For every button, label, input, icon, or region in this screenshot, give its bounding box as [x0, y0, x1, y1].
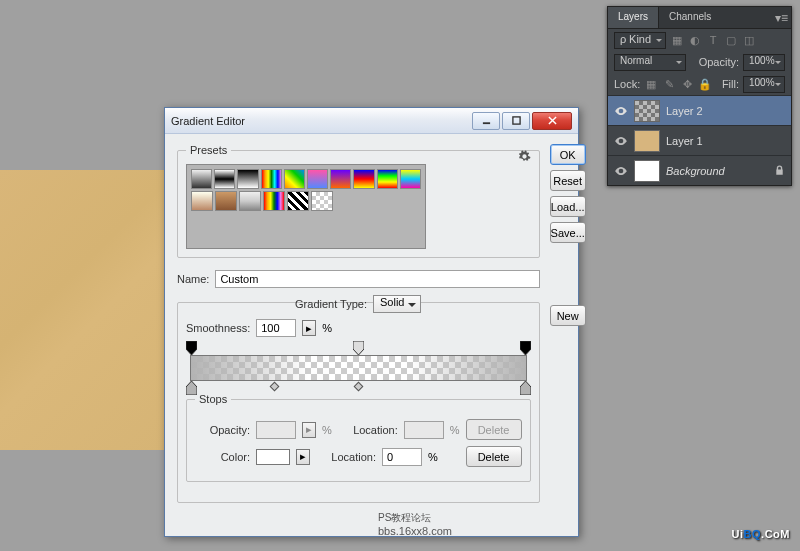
opacity-stop[interactable] [186, 341, 197, 355]
stops-label: Stops [195, 393, 231, 405]
opacity-stop-label: Opacity: [195, 424, 250, 436]
preset-swatch[interactable] [330, 169, 351, 189]
opacity-stop[interactable] [520, 341, 531, 355]
color-stop-well[interactable] [256, 449, 290, 465]
preset-swatch[interactable] [400, 169, 421, 189]
smoothness-label: Smoothness: [186, 322, 250, 334]
layer-thumb [634, 160, 660, 182]
layer-name: Background [666, 165, 725, 177]
gradient-type-label: Gradient Type: [295, 298, 367, 310]
opacity-location-input [404, 421, 444, 439]
smoothness-dropdown-icon[interactable]: ▸ [302, 320, 316, 336]
color-stop-label: Color: [195, 451, 250, 463]
preset-swatch[interactable] [377, 169, 398, 189]
gradient-editor-dialog: Gradient Editor Presets [164, 107, 579, 537]
preset-swatch[interactable] [261, 169, 282, 189]
preset-swatch[interactable] [237, 169, 258, 189]
layer-opacity-input[interactable]: 100% [743, 54, 785, 71]
layer-fill-input[interactable]: 100% [743, 76, 785, 93]
svg-rect-0 [482, 122, 489, 124]
document-canvas [0, 170, 165, 450]
preset-swatch[interactable] [191, 169, 212, 189]
filter-smart-icon[interactable]: ◫ [742, 33, 756, 47]
preset-swatch[interactable] [284, 169, 305, 189]
preset-swatch[interactable] [263, 191, 285, 211]
smoothness-input[interactable] [256, 319, 296, 337]
watermark: PS教程论坛 bbs.16xx8.com [378, 511, 452, 537]
presets-menu-icon[interactable] [518, 150, 531, 163]
tab-layers[interactable]: Layers [608, 7, 659, 28]
opacity-label: Opacity: [699, 56, 739, 68]
layers-panel: Layers Channels ▾≡ ρ Kind ▦ ◐ T ▢ ◫ Norm… [607, 6, 792, 186]
svg-rect-1 [512, 117, 519, 124]
visibility-icon[interactable] [614, 134, 628, 148]
preset-swatch[interactable] [307, 169, 328, 189]
close-button[interactable] [532, 112, 572, 130]
gradient-type-select[interactable]: Solid [373, 295, 421, 313]
preset-swatch[interactable] [353, 169, 374, 189]
midpoint-marker[interactable] [269, 382, 279, 392]
opacity-dropdown-icon: ▸ [302, 422, 316, 438]
filter-kind-select[interactable]: ρ Kind [614, 32, 666, 49]
layer-thumb [634, 130, 660, 152]
panel-menu-icon[interactable]: ▾≡ [775, 11, 788, 25]
lock-all-icon[interactable]: 🔒 [698, 77, 712, 91]
new-button[interactable]: New [550, 305, 586, 326]
percent-label: % [322, 322, 332, 334]
layer-name: Layer 2 [666, 105, 703, 117]
delete-opacity-stop-button: Delete [466, 419, 522, 440]
layer-row[interactable]: Layer 1 [608, 125, 791, 155]
filter-adjust-icon[interactable]: ◐ [688, 33, 702, 47]
color-location-label: Location: [316, 451, 376, 463]
opacity-stop[interactable] [353, 341, 364, 355]
name-label: Name: [177, 273, 209, 285]
layer-thumb [634, 100, 660, 122]
presets-group: Presets [177, 144, 540, 258]
stops-group: Stops Opacity: ▸ % Location: % Delete Co… [186, 393, 531, 482]
presets-grid[interactable] [186, 164, 426, 249]
color-location-input[interactable] [382, 448, 422, 466]
opacity-input [256, 421, 296, 439]
lock-icon [774, 165, 785, 176]
gradient-settings-group: Gradient Type: Solid Smoothness: ▸ % [177, 302, 540, 503]
color-dropdown-icon[interactable]: ▸ [296, 449, 310, 465]
preset-swatch[interactable] [239, 191, 261, 211]
midpoint-marker[interactable] [354, 382, 364, 392]
maximize-button[interactable] [502, 112, 530, 130]
brand-logo: UiBQ.CoM [732, 522, 790, 543]
layer-row[interactable]: Layer 2 [608, 95, 791, 125]
preset-swatch[interactable] [311, 191, 333, 211]
name-input[interactable] [215, 270, 539, 288]
opacity-location-label: Location: [338, 424, 398, 436]
lock-label: Lock: [614, 78, 640, 90]
layer-name: Layer 1 [666, 135, 703, 147]
load-button[interactable]: Load... [550, 196, 586, 217]
save-button[interactable]: Save... [550, 222, 586, 243]
preset-swatch[interactable] [215, 191, 237, 211]
visibility-icon[interactable] [614, 104, 628, 118]
dialog-titlebar[interactable]: Gradient Editor [165, 108, 578, 134]
fill-label: Fill: [722, 78, 739, 90]
delete-color-stop-button[interactable]: Delete [466, 446, 522, 467]
minimize-button[interactable] [472, 112, 500, 130]
tab-channels[interactable]: Channels [659, 7, 721, 28]
filter-shape-icon[interactable]: ▢ [724, 33, 738, 47]
visibility-icon[interactable] [614, 164, 628, 178]
preset-swatch[interactable] [214, 169, 235, 189]
gradient-bar[interactable] [190, 355, 527, 381]
filter-pixel-icon[interactable]: ▦ [670, 33, 684, 47]
preset-swatch[interactable] [191, 191, 213, 211]
preset-swatch[interactable] [287, 191, 309, 211]
ok-button[interactable]: OK [550, 144, 586, 165]
lock-pixels-icon[interactable]: ✎ [662, 77, 676, 91]
blend-mode-select[interactable]: Normal [614, 54, 686, 71]
lock-position-icon[interactable]: ✥ [680, 77, 694, 91]
reset-button[interactable]: Reset [550, 170, 586, 191]
layer-row[interactable]: Background [608, 155, 791, 185]
dialog-title: Gradient Editor [171, 115, 470, 127]
lock-transparency-icon[interactable]: ▦ [644, 77, 658, 91]
presets-label: Presets [186, 144, 231, 156]
filter-type-icon[interactable]: T [706, 33, 720, 47]
